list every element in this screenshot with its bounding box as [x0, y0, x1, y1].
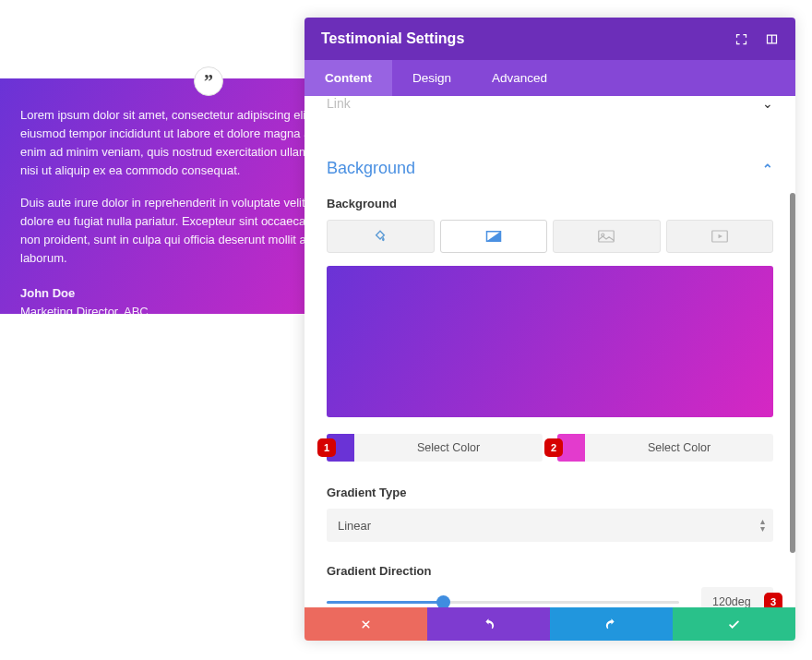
- gradient-direction-label: Gradient Direction: [327, 564, 773, 578]
- gradient-direction-slider[interactable]: [327, 593, 679, 607]
- select-arrows-icon: ▴▾: [760, 518, 764, 533]
- section-background-header[interactable]: Background ⌃: [327, 159, 773, 178]
- gradient-type-select[interactable]: Linear ▴▾: [327, 509, 773, 542]
- annotation-marker-3: 3: [764, 593, 782, 607]
- svg-rect-0: [599, 231, 615, 242]
- gradient-type-value: Linear: [338, 519, 371, 533]
- chevron-up-icon: ⌃: [762, 162, 773, 176]
- panel-body: Link ⌄ Background ⌃ Background 1: [304, 96, 795, 607]
- panel-header: Testimonial Settings: [304, 18, 795, 60]
- scrollbar[interactable]: [790, 193, 795, 553]
- panel-footer: [304, 607, 795, 641]
- redo-icon: [604, 618, 618, 631]
- undo-button[interactable]: [427, 607, 550, 641]
- redo-button[interactable]: [550, 607, 673, 641]
- save-button[interactable]: [673, 607, 795, 641]
- paint-bucket-icon: [373, 229, 388, 244]
- gradient-preview: [327, 266, 773, 417]
- select-color-2-label: Select Color: [585, 441, 773, 454]
- bg-tab-image[interactable]: [553, 220, 661, 253]
- expand-icon[interactable]: [734, 32, 748, 46]
- slider-thumb[interactable]: [436, 595, 450, 607]
- close-icon: [360, 618, 372, 630]
- group-link-label: Link: [327, 96, 351, 111]
- select-color-1-button[interactable]: Select Color: [327, 434, 543, 462]
- select-color-1-label: Select Color: [354, 441, 543, 454]
- panel-title: Testimonial Settings: [321, 30, 464, 47]
- group-link-collapsed[interactable]: Link ⌄: [327, 96, 773, 127]
- tab-bar: Content Design Advanced: [304, 60, 795, 96]
- select-color-2-button[interactable]: Select Color: [557, 434, 773, 462]
- video-icon: [711, 230, 728, 243]
- image-icon: [598, 230, 615, 243]
- background-type-tabs: [327, 220, 773, 253]
- annotation-marker-2: 2: [544, 438, 563, 457]
- columns-icon[interactable]: [765, 32, 779, 46]
- background-label: Background: [327, 197, 773, 210]
- settings-panel: Testimonial Settings Content Design Adva…: [304, 18, 795, 641]
- gradient-direction-value[interactable]: 120deg: [701, 587, 773, 607]
- tab-design[interactable]: Design: [392, 60, 472, 96]
- gradient-type-label: Gradient Type: [327, 486, 773, 499]
- section-title: Background: [327, 159, 415, 178]
- chevron-down-icon: ⌄: [762, 96, 773, 111]
- bg-tab-gradient[interactable]: [440, 220, 548, 253]
- bg-tab-video[interactable]: [666, 220, 774, 253]
- discard-button[interactable]: [304, 607, 427, 641]
- tab-advanced[interactable]: Advanced: [472, 60, 567, 96]
- bg-tab-fill[interactable]: [327, 220, 435, 253]
- tab-content[interactable]: Content: [304, 60, 392, 96]
- undo-icon: [482, 618, 496, 631]
- check-icon: [727, 618, 741, 631]
- gradient-icon: [485, 230, 502, 243]
- annotation-marker-1: 1: [317, 438, 336, 457]
- quote-icon: ”: [194, 66, 223, 96]
